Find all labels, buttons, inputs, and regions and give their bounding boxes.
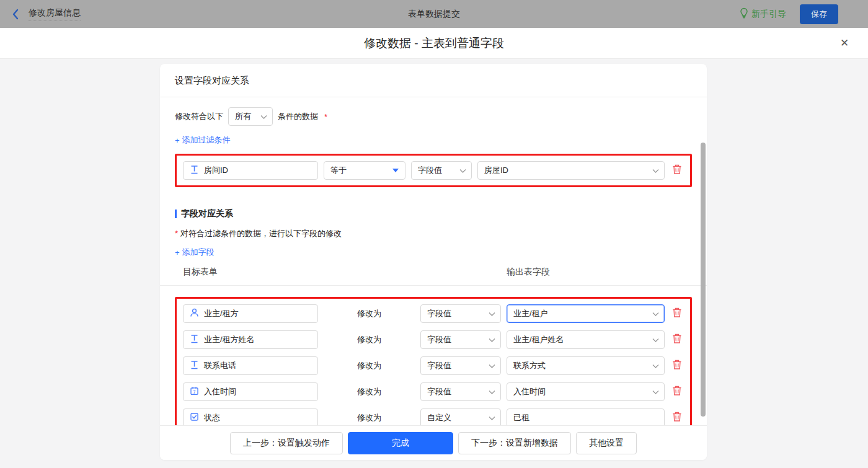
target-field-pill[interactable]: 7 入住时间 bbox=[183, 382, 318, 401]
section-accent-bar bbox=[175, 210, 177, 218]
chevron-down-icon bbox=[652, 309, 659, 319]
mapping-row: 联系电话 修改为 字段值 联系方式 bbox=[183, 356, 684, 375]
chevron-down-icon bbox=[652, 361, 659, 371]
topbar-center-title: 表单数据提交 bbox=[0, 9, 868, 20]
modal-header: 修改数据 - 主表到普通字段 ✕ bbox=[0, 28, 868, 59]
modify-label: 修改为 bbox=[324, 386, 415, 397]
condition-prefix: 修改符合以下 bbox=[175, 111, 223, 122]
delete-row-button[interactable] bbox=[670, 307, 684, 320]
mapping-row: 状态 修改为 自定义 bbox=[183, 408, 684, 427]
trash-icon bbox=[672, 412, 682, 425]
modal-title: 修改数据 - 主表到普通字段 bbox=[0, 28, 868, 58]
add-field-link[interactable]: + 添加字段 bbox=[175, 247, 215, 258]
lightbulb-icon bbox=[740, 7, 748, 20]
checkbox-icon bbox=[190, 412, 199, 423]
field-mapping-panel: 设置字段对应关系 修改符合以下 所有 条件的数据 * + 添加过滤条件 bbox=[160, 64, 707, 460]
condition-row: 修改符合以下 所有 条件的数据 * bbox=[175, 107, 692, 126]
panel-header: 设置字段对应关系 bbox=[160, 64, 707, 97]
modify-label: 修改为 bbox=[324, 412, 415, 423]
chevron-down-icon bbox=[489, 335, 495, 345]
column-header-output-field: 输出表字段 bbox=[507, 267, 665, 278]
plus-icon: + bbox=[175, 136, 180, 145]
output-field-select[interactable]: 业主/租户 bbox=[507, 304, 665, 323]
mapping-row: 业主/租方姓名 修改为 字段值 业主/租户姓名 bbox=[183, 330, 684, 349]
chevron-down-icon bbox=[459, 166, 466, 175]
topbar: 修改房屋信息 表单数据提交 新手引导 保存 bbox=[0, 0, 868, 28]
delete-row-button[interactable] bbox=[670, 412, 684, 425]
chevron-left-icon bbox=[11, 9, 20, 20]
output-field-select[interactable]: 业主/租户姓名 bbox=[507, 330, 665, 349]
modify-label: 修改为 bbox=[324, 308, 415, 319]
mapping-table-headers: 目标表单 输出表字段 bbox=[175, 267, 692, 285]
chevron-down-icon bbox=[489, 309, 495, 319]
caret-down-icon bbox=[392, 169, 399, 172]
modify-label: 修改为 bbox=[324, 334, 415, 345]
mapping-section-title: 字段对应关系 bbox=[175, 208, 692, 219]
next-step-button[interactable]: 下一步：设置新增数据 bbox=[458, 432, 571, 454]
text-field-icon bbox=[190, 360, 199, 371]
filter-value-type-select[interactable]: 字段值 bbox=[411, 161, 472, 180]
value-type-select[interactable]: 字段值 bbox=[420, 356, 501, 375]
custom-value-input[interactable] bbox=[507, 408, 665, 427]
modify-label: 修改为 bbox=[324, 360, 415, 371]
output-field-select[interactable]: 联系方式 bbox=[507, 356, 665, 375]
target-field-pill[interactable]: 联系电话 bbox=[183, 356, 318, 375]
filter-condition-row: 房间ID 等于 字段值 房屋ID bbox=[183, 161, 684, 180]
svg-text:7: 7 bbox=[193, 389, 196, 395]
newbie-guide-link[interactable]: 新手引导 bbox=[740, 7, 786, 20]
output-field-select[interactable]: 入住时间 bbox=[507, 382, 665, 401]
header-divider bbox=[160, 285, 707, 286]
filter-operator-select[interactable]: 等于 bbox=[324, 161, 405, 180]
delete-row-button[interactable] bbox=[670, 386, 684, 399]
chevron-down-icon bbox=[489, 361, 495, 371]
back-button[interactable] bbox=[11, 9, 20, 20]
chevron-down-icon bbox=[652, 166, 659, 175]
column-header-target-form: 目标表单 bbox=[183, 267, 318, 278]
trash-icon bbox=[672, 307, 682, 320]
trash-icon bbox=[672, 360, 682, 373]
vertical-scrollbar[interactable] bbox=[701, 143, 706, 417]
newbie-guide-label: 新手引导 bbox=[751, 9, 786, 20]
delete-row-button[interactable] bbox=[670, 333, 684, 347]
value-type-select[interactable]: 字段值 bbox=[420, 330, 501, 349]
done-button[interactable]: 完成 bbox=[348, 432, 453, 454]
value-type-select[interactable]: 自定义 bbox=[420, 408, 501, 427]
trash-icon bbox=[672, 386, 682, 399]
target-field-pill[interactable]: 状态 bbox=[183, 408, 318, 427]
condition-suffix: 条件的数据 bbox=[278, 111, 318, 122]
filter-condition-highlight-box: 房间ID 等于 字段值 房屋ID bbox=[175, 154, 692, 187]
target-field-pill[interactable]: 业主/租方 bbox=[183, 304, 318, 323]
chevron-down-icon bbox=[489, 387, 495, 397]
other-settings-button[interactable]: 其他设置 bbox=[576, 432, 637, 454]
chevron-down-icon bbox=[652, 387, 659, 397]
chevron-down-icon bbox=[652, 335, 659, 345]
required-mark: * bbox=[324, 112, 327, 121]
trash-icon bbox=[672, 164, 682, 177]
user-icon bbox=[190, 308, 199, 319]
mapping-highlight-box: 业主/租方 修改为 字段值 业主/租户 bbox=[175, 297, 692, 435]
wizard-footer: 上一步：设置触发动作 完成 下一步：设置新增数据 其他设置 bbox=[160, 425, 707, 460]
save-button[interactable]: 保存 bbox=[800, 4, 838, 24]
value-type-select[interactable]: 字段值 bbox=[420, 304, 501, 323]
close-icon[interactable]: ✕ bbox=[837, 28, 852, 58]
text-field-icon bbox=[190, 165, 199, 176]
chevron-down-icon bbox=[489, 413, 495, 423]
condition-scope-select[interactable]: 所有 bbox=[228, 107, 273, 126]
required-mark: * bbox=[175, 229, 178, 238]
mapping-row: 7 入住时间 修改为 字段值 入住时间 bbox=[183, 382, 684, 401]
mapping-description: *对符合过滤条件的数据，进行以下字段的修改 bbox=[175, 228, 692, 239]
workflow-title[interactable]: 修改房屋信息 bbox=[29, 7, 81, 21]
prev-step-button[interactable]: 上一步：设置触发动作 bbox=[230, 432, 343, 454]
add-filter-link[interactable]: + 添加过滤条件 bbox=[175, 135, 231, 146]
value-type-select[interactable]: 字段值 bbox=[420, 382, 501, 401]
chevron-down-icon bbox=[260, 112, 267, 121]
filter-value-select[interactable]: 房屋ID bbox=[477, 161, 665, 180]
filter-field-pill[interactable]: 房间ID bbox=[183, 161, 318, 180]
target-field-pill[interactable]: 业主/租方姓名 bbox=[183, 330, 318, 349]
delete-filter-button[interactable] bbox=[670, 164, 684, 177]
trash-icon bbox=[672, 333, 682, 347]
text-field-icon bbox=[190, 334, 199, 345]
plus-icon: + bbox=[175, 248, 180, 257]
delete-row-button[interactable] bbox=[670, 360, 684, 373]
mapping-row: 业主/租方 修改为 字段值 业主/租户 bbox=[183, 304, 684, 323]
